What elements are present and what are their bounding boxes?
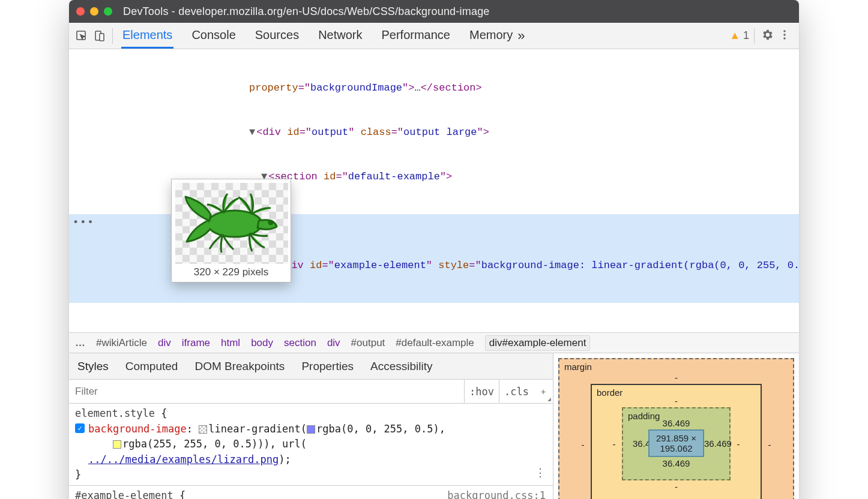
- breadcrumb-item[interactable]: section: [284, 337, 316, 349]
- new-style-rule-button[interactable]: +: [534, 380, 553, 403]
- lower-panels: Styles Computed DOM Breakpoints Properti…: [69, 353, 799, 499]
- box-model-content[interactable]: 291.859 × 195.062: [648, 429, 704, 457]
- tab-performance[interactable]: Performance: [381, 23, 452, 49]
- expand-dots-icon[interactable]: •••: [73, 215, 95, 230]
- tab-memory[interactable]: Memory: [468, 23, 514, 49]
- url-link[interactable]: ../../media/examples/lizard.png: [88, 453, 279, 465]
- breadcrumb-item[interactable]: div: [158, 337, 171, 349]
- box-model-padding[interactable]: padding 36.469 36.469 291.859 × 195.062 …: [622, 407, 731, 480]
- inspect-element-icon[interactable]: [75, 29, 88, 43]
- settings-icon[interactable]: [761, 28, 774, 43]
- breadcrumb-item[interactable]: #default-example: [396, 337, 474, 349]
- maximize-button[interactable]: [104, 7, 112, 16]
- breadcrumb-item[interactable]: iframe: [182, 337, 210, 349]
- svg-rect-2: [100, 34, 104, 41]
- warning-icon: ▲: [729, 29, 740, 42]
- minimize-button[interactable]: [90, 7, 98, 16]
- breadcrumb-item[interactable]: body: [251, 337, 273, 349]
- tab-sources[interactable]: Sources: [254, 23, 300, 49]
- preview-dimensions: 320 × 229 pixels: [175, 264, 287, 278]
- subtab-properties[interactable]: Properties: [301, 360, 354, 373]
- breadcrumb-item[interactable]: div: [327, 337, 340, 349]
- separator: [112, 28, 113, 44]
- panel-tabs: Elements Console Sources Network Perform…: [121, 23, 514, 49]
- style-rule[interactable]: background.css:1 #example-element { min-…: [69, 486, 553, 499]
- rule-menu-icon[interactable]: ⋮: [535, 464, 546, 480]
- styles-filter-input[interactable]: [69, 386, 464, 398]
- color-swatch-icon[interactable]: [113, 440, 121, 449]
- box-model-panel: margin - - border - - padding 36.469: [553, 353, 799, 499]
- breadcrumb-item[interactable]: #wikiArticle: [96, 337, 147, 349]
- close-button[interactable]: [76, 7, 85, 16]
- warning-count: 1: [743, 29, 749, 42]
- breadcrumb-item-selected[interactable]: div#example-element: [485, 335, 591, 351]
- svg-point-3: [783, 30, 786, 32]
- breadcrumb-item[interactable]: html: [221, 337, 240, 349]
- preview-thumbnail: [175, 183, 288, 264]
- box-model-margin[interactable]: margin - - border - - padding 36.469: [558, 358, 794, 499]
- kebab-menu-icon[interactable]: [779, 29, 791, 43]
- image-preview-tooltip: 320 × 229 pixels: [171, 179, 291, 282]
- rule-source-link[interactable]: background.css:1: [447, 488, 546, 499]
- device-toggle-icon[interactable]: [93, 29, 106, 43]
- subtab-dom-breakpoints[interactable]: DOM Breakpoints: [194, 360, 285, 373]
- styles-subtabs: Styles Computed DOM Breakpoints Properti…: [69, 353, 553, 380]
- svg-point-7: [269, 221, 273, 224]
- breadcrumb-overflow-icon[interactable]: …: [75, 337, 85, 349]
- color-swatch-icon[interactable]: [307, 425, 315, 434]
- breadcrumb-item[interactable]: #output: [351, 337, 385, 349]
- subtab-styles[interactable]: Styles: [77, 360, 109, 373]
- dom-line[interactable]: ▼<div id="output" class="output large">: [69, 125, 799, 140]
- dom-line[interactable]: property="backgroundImage">…</section>: [69, 81, 799, 96]
- svg-point-6: [208, 211, 262, 237]
- window-title: DevTools - developer.mozilla.org/en-US/d…: [123, 5, 490, 18]
- svg-point-4: [783, 34, 786, 36]
- subtab-computed[interactable]: Computed: [125, 360, 178, 373]
- separator: [754, 28, 755, 44]
- tab-network[interactable]: Network: [317, 23, 363, 49]
- subtab-accessibility[interactable]: Accessibility: [370, 360, 432, 373]
- styles-filter-row: :hov .cls +: [69, 380, 553, 404]
- svg-point-5: [783, 37, 786, 40]
- property-checkbox[interactable]: ✓: [75, 423, 85, 433]
- url-swatch-icon[interactable]: [199, 425, 207, 434]
- more-tabs-icon[interactable]: »: [514, 28, 528, 44]
- style-rule-element[interactable]: element.style { ✓ background-image: line…: [69, 404, 553, 486]
- lizard-image-icon: [181, 188, 283, 260]
- main-toolbar: Elements Console Sources Network Perform…: [69, 23, 799, 49]
- tab-console[interactable]: Console: [190, 23, 237, 49]
- box-model-border[interactable]: border - - padding 36.469 36.469 291.859…: [591, 384, 762, 499]
- styles-panel: Styles Computed DOM Breakpoints Properti…: [69, 353, 553, 499]
- window-titlebar[interactable]: DevTools - developer.mozilla.org/en-US/d…: [69, 0, 799, 23]
- traffic-lights: [76, 7, 112, 16]
- warnings-badge[interactable]: ▲ 1: [729, 29, 749, 42]
- tab-elements[interactable]: Elements: [121, 23, 173, 49]
- cls-toggle[interactable]: .cls: [499, 380, 534, 403]
- hov-toggle[interactable]: :hov: [464, 380, 499, 403]
- breadcrumb-bar: … #wikiArticle div iframe html body sect…: [69, 333, 799, 353]
